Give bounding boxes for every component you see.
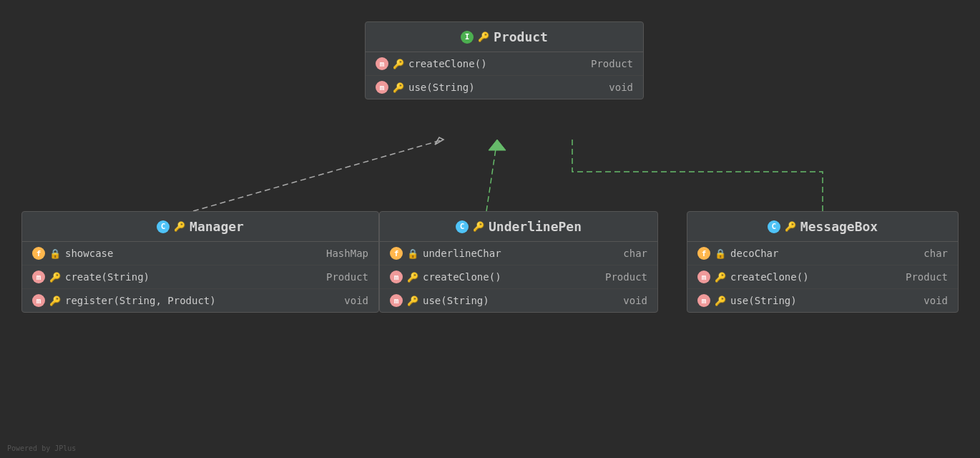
manager-member-create: m 🔑 create(String) Product: [22, 265, 378, 289]
messagebox-header: C 🔑 MessageBox: [687, 212, 958, 242]
class-box-manager: C 🔑 Manager f 🔒 showcase HashMap m 🔑 cre…: [21, 211, 379, 313]
diagram-container: I 🔑 Product m 🔑 createClone() Product m …: [0, 0, 980, 458]
member-lock-3: 🔒: [715, 248, 726, 259]
member-name-mb-create: createClone(): [730, 271, 809, 283]
svg-line-2: [486, 140, 497, 211]
product-header: I 🔑 Product: [366, 22, 643, 52]
manager-badge: C: [157, 220, 170, 233]
messagebox-visibility-icon: 🔑: [785, 221, 796, 232]
messagebox-member-use: m 🔑 use(String) void: [687, 289, 958, 312]
member-vis-2: 🔑: [393, 82, 404, 93]
svg-line-0: [193, 140, 444, 211]
underlinepen-badge: C: [456, 220, 469, 233]
member-badge-m1: m: [376, 57, 388, 70]
class-box-underlinepen: C 🔑 UnderlinePen f 🔒 underlineChar char …: [379, 211, 658, 313]
messagebox-badge: C: [768, 220, 780, 233]
member-vis-1: 🔑: [393, 59, 404, 69]
member-name-mb-use: use(String): [730, 295, 797, 306]
product-visibility-icon: 🔑: [478, 31, 489, 42]
svg-marker-1: [435, 137, 444, 145]
member-name-up-use: use(String): [423, 295, 489, 306]
member-type-up-create: Product: [598, 271, 647, 283]
class-box-product: I 🔑 Product m 🔑 createClone() Product m …: [365, 21, 644, 99]
member-type-decochar: char: [916, 248, 948, 259]
underlinepen-visibility-icon: 🔑: [473, 221, 484, 232]
member-lock-1: 🔒: [49, 248, 61, 259]
member-lock-2: 🔒: [407, 248, 418, 259]
underlinepen-member-use: m 🔑 use(String) void: [380, 289, 657, 312]
member-type-underlinechar: char: [616, 248, 647, 259]
member-type-2: void: [602, 82, 633, 93]
manager-member-register: m 🔑 register(String, Product) void: [22, 289, 378, 312]
member-type-1: Product: [584, 58, 633, 69]
member-badge-m2: m: [376, 81, 388, 94]
product-member-use: m 🔑 use(String) void: [366, 76, 643, 99]
manager-header: C 🔑 Manager: [22, 212, 378, 242]
class-box-messagebox: C 🔑 MessageBox f 🔒 decoChar char m 🔑 cre…: [687, 211, 959, 313]
member-name-up-create: createClone(): [423, 271, 501, 283]
member-badge-m5: m: [390, 271, 403, 283]
messagebox-name: MessageBox: [800, 219, 878, 234]
member-vis-7: 🔑: [715, 272, 726, 283]
member-badge-f1: f: [32, 247, 45, 260]
member-type-register: void: [337, 295, 368, 306]
member-vis-3: 🔑: [49, 272, 61, 283]
member-vis-5: 🔑: [407, 272, 418, 283]
manager-member-showcase: f 🔒 showcase HashMap: [22, 242, 378, 265]
member-badge-m3: m: [32, 271, 45, 283]
member-badge-m7: m: [697, 271, 710, 283]
watermark: Powered by JPlus: [7, 444, 76, 452]
member-badge-m6: m: [390, 294, 403, 307]
member-name-register: register(String, Product): [65, 295, 216, 306]
member-name-underlinechar: underlineChar: [423, 248, 501, 259]
member-type-up-use: void: [616, 295, 647, 306]
messagebox-member-createclone: m 🔑 createClone() Product: [687, 265, 958, 289]
member-vis-8: 🔑: [715, 296, 726, 306]
member-type-mb-use: void: [916, 295, 948, 306]
member-name-decochar: decoChar: [730, 248, 778, 259]
member-badge-f3: f: [697, 247, 710, 260]
member-vis-6: 🔑: [407, 296, 418, 306]
manager-name: Manager: [190, 219, 244, 234]
member-type-showcase: HashMap: [319, 248, 368, 259]
member-badge-m4: m: [32, 294, 45, 307]
manager-visibility-icon: 🔑: [174, 221, 185, 232]
underlinepen-member-char: f 🔒 underlineChar char: [380, 242, 657, 265]
member-name-create: create(String): [65, 271, 150, 283]
member-type-create: Product: [319, 271, 368, 283]
product-badge: I: [461, 31, 474, 44]
product-name: Product: [494, 29, 548, 44]
member-type-mb-create: Product: [898, 271, 948, 283]
member-vis-4: 🔑: [49, 296, 61, 306]
product-member-createclone: m 🔑 createClone() Product: [366, 52, 643, 76]
messagebox-member-decochar: f 🔒 decoChar char: [687, 242, 958, 265]
svg-marker-3: [489, 140, 506, 150]
underlinepen-header: C 🔑 UnderlinePen: [380, 212, 657, 242]
member-name-1: createClone(): [408, 58, 487, 69]
member-badge-m8: m: [697, 294, 710, 307]
member-name-2: use(String): [408, 82, 475, 93]
underlinepen-member-createclone: m 🔑 createClone() Product: [380, 265, 657, 289]
member-badge-f2: f: [390, 247, 403, 260]
underlinepen-name: UnderlinePen: [489, 219, 582, 234]
member-name-showcase: showcase: [65, 248, 113, 259]
